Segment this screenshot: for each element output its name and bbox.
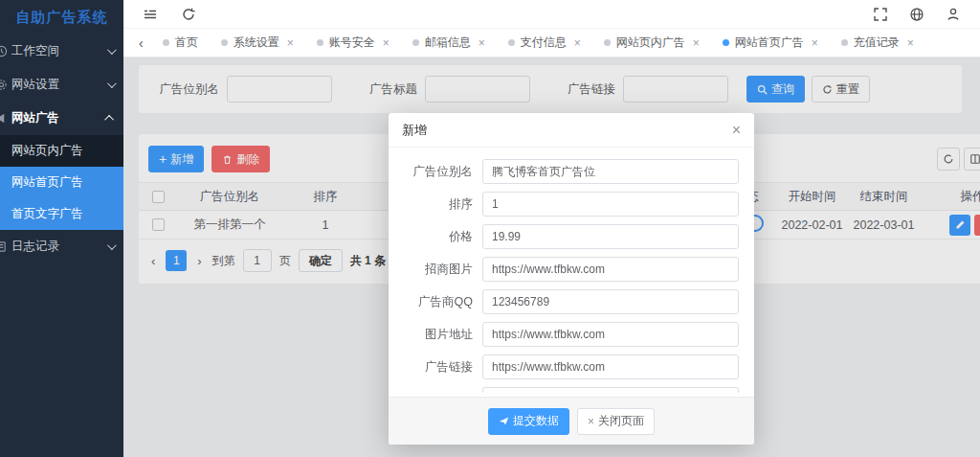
image-url-input[interactable] xyxy=(482,322,739,347)
fullscreen-icon[interactable] xyxy=(873,7,888,22)
tab-label: 支付信息 xyxy=(521,34,567,51)
add-button-label: 新增 xyxy=(170,151,193,168)
promo-image-input[interactable] xyxy=(482,257,739,282)
sidebar-item-site-ads[interactable]: 网站广告 xyxy=(0,102,123,135)
table-refresh-button[interactable] xyxy=(937,148,960,171)
tab-label: 充值记录 xyxy=(854,34,900,51)
tab-dot-icon xyxy=(317,39,323,46)
close-x-icon: × xyxy=(588,415,594,428)
paper-plane-icon xyxy=(499,416,509,426)
tab-home[interactable]: 首页 xyxy=(151,29,210,57)
sidebar-item-home-text-ads[interactable]: 首页文字广告 xyxy=(0,198,123,230)
tab-label: 系统设置 xyxy=(234,34,279,51)
tab-dot-icon xyxy=(723,39,729,46)
tab-close-icon[interactable]: × xyxy=(907,36,914,50)
tabbar: ‹ 首页 系统设置 × 账号安全 × 邮箱信息 × 支付信息 × 网站页内广告 … xyxy=(123,29,980,57)
prev-page-icon[interactable]: ‹ xyxy=(148,254,158,268)
megaphone-icon xyxy=(0,112,8,125)
tab-page-ads[interactable]: 网站页内广告 × xyxy=(592,29,711,57)
page-number-button[interactable]: 1 xyxy=(166,250,187,271)
tab-dot-icon xyxy=(412,39,419,46)
field-label-ad-link: 广告链接 xyxy=(404,359,473,376)
submenu-item-label: 网站页内广告 xyxy=(11,143,83,159)
sidebar-item-logs[interactable]: 日志记录 xyxy=(0,230,123,263)
tab-account-security[interactable]: 账号安全 × xyxy=(305,29,401,57)
columns-icon xyxy=(969,153,980,165)
price-input[interactable] xyxy=(482,224,739,249)
alias-input[interactable] xyxy=(482,159,739,184)
sidebar-item-site-settings[interactable]: 网站设置 xyxy=(0,68,123,102)
user-icon[interactable] xyxy=(946,7,961,22)
tab-label: 网站页内广告 xyxy=(616,34,685,51)
field-label-advertiser-qq: 广告商QQ xyxy=(404,294,473,310)
tab-label: 邮箱信息 xyxy=(425,34,471,51)
jump-suffix-label: 页 xyxy=(279,253,291,269)
tab-close-icon[interactable]: × xyxy=(574,36,581,50)
search-button[interactable]: 查询 xyxy=(746,76,805,103)
language-globe-icon[interactable] xyxy=(909,7,924,22)
submit-button[interactable]: 提交数据 xyxy=(488,408,569,435)
submenu-item-label: 首页文字广告 xyxy=(11,206,83,222)
tab-close-icon[interactable]: × xyxy=(479,36,485,50)
sidebar-item-label: 工作空间 xyxy=(11,43,59,59)
table-columns-button[interactable] xyxy=(964,148,980,171)
chevron-down-icon xyxy=(107,240,117,250)
row-alias: 第一排第一个 xyxy=(177,217,282,233)
field-label-price: 价格 xyxy=(404,229,473,245)
dialog-footer: 提交数据 × 关闭页面 xyxy=(389,397,754,445)
trash-icon xyxy=(222,154,233,165)
jump-page-input[interactable] xyxy=(243,249,272,272)
select-all-checkbox[interactable] xyxy=(152,191,165,203)
search-icon xyxy=(757,84,768,95)
add-button[interactable]: + 新增 xyxy=(148,146,204,172)
gear-icon xyxy=(0,79,8,91)
dialog-close-icon[interactable]: × xyxy=(732,123,741,138)
column-header-sort: 排序 xyxy=(282,189,368,205)
row-end-time: 2022-03-01 xyxy=(848,218,920,232)
sidebar-menu: 工作空间 网站设置 网站广告 网站页内广告 网站首页广告 首页文 xyxy=(0,34,123,263)
close-page-button[interactable]: × 关闭页面 xyxy=(577,408,655,435)
row-delete-button[interactable] xyxy=(974,215,980,236)
delete-button[interactable]: 删除 xyxy=(212,146,270,172)
tab-recharge-records[interactable]: 充值记录 × xyxy=(830,29,925,57)
field-label-image-url: 图片地址 xyxy=(404,327,473,343)
reset-refresh-icon xyxy=(822,84,833,95)
chevron-down-icon xyxy=(107,79,117,88)
tab-close-icon[interactable]: × xyxy=(287,36,294,50)
field-label-promo-image: 招商图片 xyxy=(404,262,473,278)
filter-label-alias: 广告位别名 xyxy=(152,81,219,98)
tab-email-info[interactable]: 邮箱信息 × xyxy=(401,29,497,57)
sidebar-item-workspace[interactable]: 工作空间 xyxy=(0,34,123,68)
jump-prefix-label: 到第 xyxy=(212,253,235,269)
jump-confirm-button[interactable]: 确定 xyxy=(299,249,343,272)
sidebar-item-home-ads[interactable]: 网站首页广告 xyxy=(0,167,123,198)
refresh-icon[interactable] xyxy=(181,7,196,22)
column-header-alias: 广告位别名 xyxy=(177,189,282,205)
tab-payment-info[interactable]: 支付信息 × xyxy=(497,29,592,57)
chevron-up-icon xyxy=(104,115,114,125)
next-page-icon[interactable]: › xyxy=(194,254,204,268)
tab-close-icon[interactable]: × xyxy=(383,36,390,50)
topbar xyxy=(123,0,980,29)
tabs-scroll-left-icon[interactable]: ‹ xyxy=(131,35,151,51)
row-checkbox[interactable] xyxy=(152,218,165,231)
tab-system-settings[interactable]: 系统设置 × xyxy=(210,29,305,57)
filter-alias-input[interactable] xyxy=(227,76,332,103)
sort-input[interactable] xyxy=(482,192,739,217)
tab-label: 账号安全 xyxy=(329,34,375,51)
tab-label: 首页 xyxy=(175,34,198,51)
plus-icon: + xyxy=(159,152,167,166)
chevron-down-icon xyxy=(107,45,117,55)
reset-button[interactable]: 重置 xyxy=(812,76,870,103)
tab-home-ads[interactable]: 网站首页广告 × xyxy=(711,29,830,57)
tab-dot-icon xyxy=(508,39,515,46)
row-edit-button[interactable] xyxy=(949,215,970,236)
filter-title-input[interactable] xyxy=(425,76,530,103)
tab-close-icon[interactable]: × xyxy=(693,36,700,50)
collapse-menu-icon[interactable] xyxy=(143,7,158,22)
filter-link-input[interactable] xyxy=(623,76,728,103)
advertiser-qq-input[interactable] xyxy=(482,289,739,314)
ad-link-input[interactable] xyxy=(482,354,739,379)
tab-close-icon[interactable]: × xyxy=(812,36,818,50)
sidebar-item-page-ads[interactable]: 网站页内广告 xyxy=(0,135,123,167)
